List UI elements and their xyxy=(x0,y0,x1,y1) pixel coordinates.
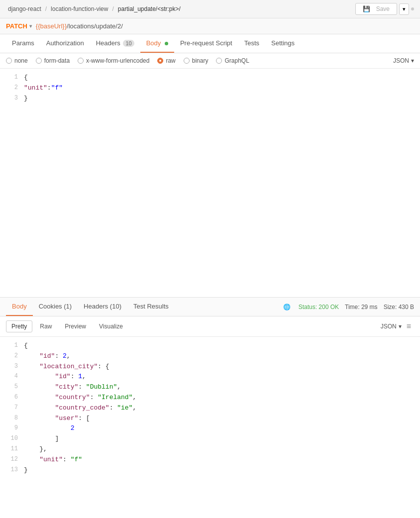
response-toolbar: Pretty Raw Preview Visualize JSON ▾ ≡ xyxy=(0,316,420,337)
resp-code-9: 2 xyxy=(24,423,74,434)
resp-code-3: "location_city": { xyxy=(24,362,109,372)
breadcrumb-part1[interactable]: django-react xyxy=(8,5,41,12)
headers-badge: 10 xyxy=(123,40,134,47)
resp-line-11: 11 }, xyxy=(0,444,420,455)
resp-code-4: "id": 1, xyxy=(24,372,86,382)
resp-line-10: 10 ] xyxy=(0,434,420,444)
save-label: Save xyxy=(376,5,390,12)
radio-binary xyxy=(184,58,190,64)
resp-code-10: ] xyxy=(24,434,59,444)
resp-line-num-12: 12 xyxy=(4,455,18,464)
breadcrumb-bar: django-react / location-function-view / … xyxy=(0,0,420,18)
response-json-selector[interactable]: JSON ▾ xyxy=(381,323,402,330)
request-code-editor[interactable]: 1 { 2 "unit":"f" 3 } xyxy=(0,69,420,298)
url-input[interactable]: {{baseUrl}}/locations/update/2/ xyxy=(36,22,414,30)
resp-code-5: "city": "Dublin", xyxy=(24,382,121,393)
resp-line-num-11: 11 xyxy=(4,444,18,454)
resp-line-num-10: 10 xyxy=(4,434,18,443)
method-label: PATCH xyxy=(6,22,27,30)
resp-code-1: { xyxy=(24,341,28,351)
request-tabs-bar: Params Authorization Headers 10 Body Pre… xyxy=(0,34,420,53)
resp-tab-headers[interactable]: Headers (10) xyxy=(78,298,127,316)
resp-line-num-5: 5 xyxy=(4,382,18,392)
line-number-1: 1 xyxy=(4,73,18,82)
resp-line-num-6: 6 xyxy=(4,393,18,402)
body-type-form-data[interactable]: form-data xyxy=(36,57,70,64)
breadcrumb-part2[interactable]: location-function-view xyxy=(51,5,108,12)
code-content-2: "unit":"f" xyxy=(24,83,63,94)
resp-line-num-13: 13 xyxy=(4,465,18,475)
resp-line-12: 12 "unit": "f" xyxy=(0,455,420,465)
tab-settings[interactable]: Settings xyxy=(265,34,301,53)
radio-raw xyxy=(157,58,163,64)
body-active-dot xyxy=(165,42,168,45)
tab-tests[interactable]: Tests xyxy=(238,34,265,53)
radio-urlencoded-label: x-www-form-urlencoded xyxy=(86,57,149,64)
resp-line-6: 6 "country": "Ireland", xyxy=(0,393,420,403)
response-json-label: JSON xyxy=(381,323,397,330)
radio-none-label: none xyxy=(14,57,28,64)
view-preview-button[interactable]: Preview xyxy=(59,320,92,332)
resp-line-num-7: 7 xyxy=(4,403,18,413)
resp-line-2: 2 "id": 2, xyxy=(0,351,420,362)
resp-line-num-2: 2 xyxy=(4,351,18,361)
resp-code-11: }, xyxy=(24,444,47,455)
response-size: Size: 430 B xyxy=(384,304,414,311)
save-dropdown-button[interactable]: ▾ xyxy=(399,3,409,15)
view-visualize-button[interactable]: Visualize xyxy=(94,320,128,332)
radio-graphql-label: GraphQL xyxy=(224,57,249,64)
resp-code-2: "id": 2, xyxy=(24,351,71,362)
resp-tab-cookies[interactable]: Cookies (1) xyxy=(33,298,78,316)
resp-code-7: "country_code": "ie", xyxy=(24,403,136,414)
resp-tab-test-results[interactable]: Test Results xyxy=(127,298,175,316)
resp-line-3: 3 "location_city": { xyxy=(0,362,420,372)
body-type-bar: none form-data x-www-form-urlencoded raw… xyxy=(0,53,420,69)
resp-line-num-4: 4 xyxy=(4,372,18,381)
view-pretty-button[interactable]: Pretty xyxy=(6,320,32,332)
resp-line-1: 1 { xyxy=(0,341,420,351)
tab-pre-request[interactable]: Pre-request Script xyxy=(174,34,238,53)
body-type-binary[interactable]: binary xyxy=(184,57,209,64)
body-type-graphql[interactable]: GraphQL xyxy=(216,57,249,64)
tab-params[interactable]: Params xyxy=(6,34,40,53)
resp-line-num-8: 8 xyxy=(4,414,18,423)
globe-icon: 🌐 xyxy=(283,304,291,311)
resp-line-8: 8 "user": [ xyxy=(0,414,420,424)
resp-line-num-1: 1 xyxy=(4,341,18,350)
code-line-3: 3 } xyxy=(0,94,420,104)
json-type-label: JSON xyxy=(393,57,409,64)
save-btn-area: 💾 Save ▾ xyxy=(355,3,414,15)
body-type-none[interactable]: none xyxy=(6,57,28,64)
line-number-2: 2 xyxy=(4,83,18,93)
radio-form-data xyxy=(36,58,42,64)
radio-raw-label: raw xyxy=(166,57,175,64)
radio-none xyxy=(6,58,12,64)
radio-binary-label: binary xyxy=(192,57,209,64)
resp-line-4: 4 "id": 1, xyxy=(0,372,420,382)
line-number-3: 3 xyxy=(4,94,18,103)
resp-line-13: 13 } xyxy=(0,465,420,476)
body-type-urlencoded[interactable]: x-www-form-urlencoded xyxy=(78,57,149,64)
radio-urlencoded xyxy=(78,58,84,64)
response-time: Time: 29 ms xyxy=(345,304,378,311)
code-line-2: 2 "unit":"f" xyxy=(0,83,420,94)
resp-tab-body[interactable]: Body xyxy=(6,298,33,316)
breadcrumb-sep2: / xyxy=(112,5,113,12)
body-type-raw[interactable]: raw xyxy=(157,57,175,64)
view-raw-button[interactable]: Raw xyxy=(34,320,57,332)
json-type-selector[interactable]: JSON ▾ xyxy=(393,57,414,64)
tab-headers[interactable]: Headers 10 xyxy=(90,34,140,53)
tab-authorization[interactable]: Authorization xyxy=(40,34,90,53)
code-content-1: { xyxy=(24,73,28,83)
response-json-chevron-icon: ▾ xyxy=(399,323,402,330)
tab-body[interactable]: Body xyxy=(140,34,174,53)
resp-line-7: 7 "country_code": "ie", xyxy=(0,403,420,414)
filter-icon-button[interactable]: ≡ xyxy=(404,321,414,332)
save-button[interactable]: 💾 Save xyxy=(355,3,397,15)
response-meta: 🌐 Status: 200 OK Time: 29 ms Size: 430 B xyxy=(283,304,414,311)
method-selector[interactable]: PATCH ▾ xyxy=(6,22,32,30)
base-url-part: {{baseUrl}} xyxy=(36,22,67,30)
more-options-icon[interactable] xyxy=(411,7,414,10)
breadcrumb-part3: partial_update/<str:pk>/ xyxy=(118,5,181,12)
radio-graphql xyxy=(216,58,222,64)
